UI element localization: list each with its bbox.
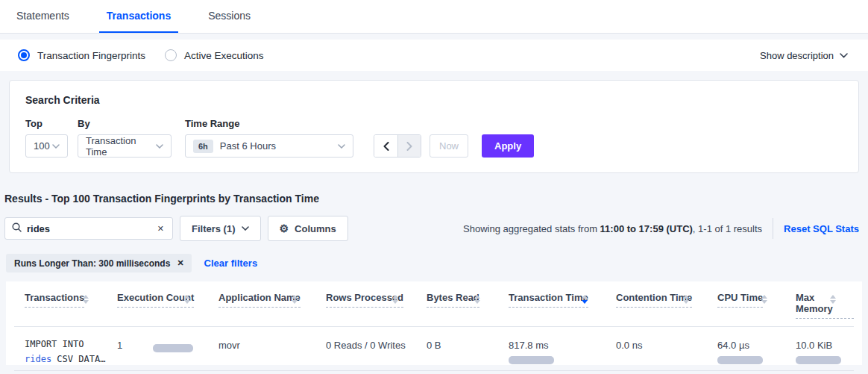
sort-icon[interactable] [474, 295, 480, 304]
sort-icon[interactable] [83, 295, 89, 304]
chevron-down-icon [156, 144, 163, 149]
search-icon [12, 222, 22, 235]
sort-icon[interactable] [683, 295, 689, 304]
column-header-rows-processed[interactable]: Rows Processed [315, 281, 416, 327]
tab-transactions[interactable]: Transactions [99, 0, 178, 33]
filter-chip: Runs Longer Than: 300 milliseconds ✕ [6, 254, 192, 272]
tab-label: Sessions [208, 10, 251, 22]
applied-filters-row: Runs Longer Than: 300 milliseconds ✕ Cle… [6, 254, 859, 272]
transaction-time-value: 817.8 ms [509, 340, 606, 351]
columns-button[interactable]: ⚙ Columns [268, 216, 348, 241]
sort-icon[interactable] [292, 295, 298, 304]
previous-time-window-button[interactable] [374, 135, 397, 157]
tab-label: Transactions [107, 10, 171, 22]
by-label: By [78, 118, 172, 129]
reset-sql-stats-link[interactable]: Reset SQL Stats [784, 223, 859, 234]
search-box[interactable]: ✕ [4, 217, 173, 240]
cell-transaction-time: 817.8 ms [498, 327, 606, 371]
cell-bytes-read: 0 B [416, 327, 498, 371]
clear-filters-link[interactable]: Clear filters [204, 258, 258, 269]
max-memory-value: 10.0 KiB [796, 340, 854, 351]
aggregated-stats-text: Showing aggregated stats from 11:00 to 1… [463, 223, 762, 234]
sort-icon-descending[interactable] [582, 295, 588, 304]
by-field: By Transaction Time [78, 118, 172, 158]
top-select-value: 100 [34, 140, 50, 152]
now-button-label: Now [439, 140, 459, 152]
cell-transaction-fingerprint: IMPORT INTO rides CSV DATA… [14, 327, 107, 371]
radio-active-executions[interactable]: Active Executions [165, 49, 264, 61]
max-memory-bar [796, 356, 841, 364]
tab-sessions[interactable]: Sessions [201, 0, 258, 33]
cell-max-memory: 10.0 KiB [785, 327, 854, 371]
transaction-time-bar [509, 356, 554, 364]
table-header-row: Transactions Execution Count Application… [14, 281, 854, 327]
show-description-label: Show description [760, 50, 834, 61]
radio-label: Transaction Fingerprints [37, 50, 145, 61]
column-header-transactions[interactable]: Transactions [14, 281, 107, 327]
chevron-down-icon [52, 144, 60, 149]
rows-processed-value: 0 Reads / 0 Writes [326, 340, 406, 351]
filters-button[interactable]: Filters (1) [180, 216, 261, 241]
top-select[interactable]: 100 [25, 134, 68, 158]
time-range-dropdown[interactable]: 6h Past 6 Hours [185, 134, 353, 158]
by-select[interactable]: Transaction Time [78, 134, 172, 158]
column-header-transaction-time[interactable]: Transaction Time [498, 281, 606, 327]
show-description-toggle[interactable]: Show description [760, 50, 848, 61]
apply-button-label: Apply [494, 140, 521, 152]
top-field: Top 100 [25, 118, 68, 158]
column-header-bytes-read[interactable]: Bytes Read [416, 281, 498, 327]
application-name-value: movr [218, 340, 240, 351]
cell-rows-processed: 0 Reads / 0 Writes [315, 327, 416, 371]
column-header-execution-count[interactable]: Execution Count [107, 281, 208, 327]
chevron-down-icon [242, 226, 249, 231]
apply-button[interactable]: Apply [482, 134, 534, 158]
clear-search-icon[interactable]: ✕ [156, 222, 166, 235]
remove-filter-icon[interactable]: ✕ [177, 258, 183, 268]
table-row: IMPORT INTO rides CSV DATA… 1 movr 0 Rea… [14, 327, 854, 371]
execution-count-value: 1 [117, 340, 122, 351]
chevron-down-icon [338, 144, 345, 149]
top-label: Top [25, 118, 68, 129]
column-header-contention-time[interactable]: Contention Time [606, 281, 707, 327]
column-header-cpu-time[interactable]: CPU Time [707, 281, 785, 327]
cell-contention-time: 0.0 ns [606, 327, 707, 371]
sort-icon[interactable] [830, 295, 836, 304]
gear-icon: ⚙ [280, 223, 289, 234]
filter-chip-label: Runs Longer Than: 300 milliseconds [14, 258, 170, 269]
columns-button-label: Columns [295, 223, 336, 234]
transaction-statement-link[interactable]: IMPORT INTO rides CSV DATA… [25, 337, 107, 367]
divider [773, 218, 773, 239]
time-range-label: Time Range [185, 118, 353, 129]
cell-cpu-time: 64.0 µs [707, 327, 785, 371]
radio-transaction-fingerprints[interactable]: Transaction Fingerprints [18, 49, 145, 61]
execution-count-bar [153, 344, 193, 352]
search-criteria-title: Search Criteria [25, 94, 843, 106]
radio-label: Active Executions [184, 50, 264, 61]
bytes-read-value: 0 B [427, 340, 441, 351]
time-window-nav [374, 134, 421, 158]
radio-selected-icon [18, 49, 30, 61]
results-heading: Results - Top 100 Transaction Fingerprin… [4, 193, 859, 205]
contention-time-value: 0.0 ns [616, 340, 642, 351]
now-button[interactable]: Now [430, 134, 468, 158]
sort-icon[interactable] [392, 295, 398, 304]
tab-label: Statements [16, 10, 69, 22]
by-select-value: Transaction Time [86, 135, 156, 158]
cpu-time-value: 64.0 µs [717, 340, 785, 351]
search-input[interactable] [27, 223, 156, 234]
column-header-max-memory[interactable]: Max Memory [785, 281, 854, 327]
tab-statements[interactable]: Statements [9, 0, 77, 33]
radio-unselected-icon [165, 49, 177, 61]
search-criteria-card: Search Criteria Top 100 By Transaction T… [9, 80, 859, 173]
sort-icon[interactable] [761, 295, 767, 304]
results-toolbar: ✕ Filters (1) ⚙ Columns Showing aggregat… [4, 216, 859, 241]
time-range-value: Past 6 Hours [220, 140, 276, 152]
column-header-application-name[interactable]: Application Name [208, 281, 315, 327]
next-time-window-button[interactable] [397, 135, 421, 157]
time-range-badge: 6h [193, 140, 213, 153]
sort-icon[interactable] [184, 295, 190, 304]
transactions-table: Transactions Execution Count Application… [6, 281, 862, 365]
sql-activity-tabbar: Statements Transactions Sessions [0, 0, 868, 34]
view-toggle-band: Transaction Fingerprints Active Executio… [0, 40, 868, 71]
cell-application-name: movr [208, 327, 315, 371]
